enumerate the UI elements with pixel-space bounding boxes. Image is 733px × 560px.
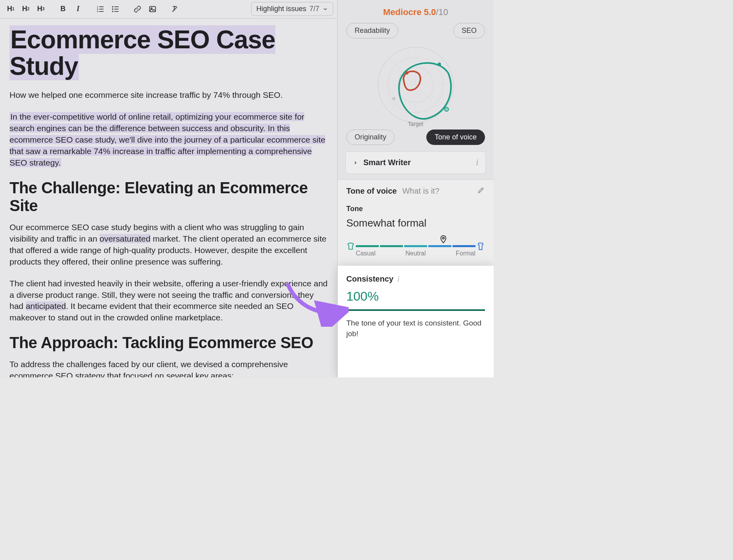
unordered-list-button[interactable] (109, 2, 122, 16)
svg-point-21 (438, 63, 441, 66)
clear-format-button[interactable] (168, 2, 181, 16)
tov-what-link[interactable]: What is it? (402, 187, 439, 196)
h3-button[interactable]: H3 (34, 2, 48, 16)
tone-value: Somewhat formal (346, 217, 485, 229)
svg-point-23 (392, 97, 395, 100)
metric-pills-bottom: Originality Tone of voice (338, 130, 494, 145)
scale-neutral: Neutral (405, 250, 426, 257)
svg-point-25 (443, 237, 445, 239)
doc-p-challenge-1: Our ecommerce SEO case study begins with… (10, 222, 328, 268)
tone-scale: Casual Neutral Formal (346, 236, 485, 259)
highlight-issues-label: Highlight issues (256, 5, 306, 13)
image-button[interactable] (146, 2, 159, 16)
doc-title: Ecommerce SEO Case Study (10, 27, 328, 80)
svg-text:3: 3 (97, 10, 99, 12)
doc-h2-challenge: The Challenge: Elevating an Ecommerce Si… (10, 179, 328, 215)
h2-button[interactable]: H2 (19, 2, 32, 16)
doc-intro: In the ever-competitive world of online … (10, 111, 328, 169)
casual-icon (346, 242, 355, 251)
info-icon[interactable]: i (397, 274, 400, 284)
pill-tone-of-voice[interactable]: Tone of voice (426, 130, 485, 145)
smart-writer-toggle[interactable]: Smart Writer i (346, 151, 486, 174)
svg-rect-0 (99, 6, 104, 7)
bold-button[interactable]: B (56, 2, 70, 16)
edit-icon[interactable] (477, 186, 485, 196)
pill-originality[interactable]: Originality (346, 130, 395, 145)
quality-score: Mediocre 5.0/10 (338, 0, 494, 20)
pill-seo[interactable]: SEO (453, 23, 485, 38)
doc-p-approach: To address the challenges faced by our c… (10, 359, 328, 377)
svg-rect-2 (99, 11, 104, 12)
sidebar: Mediocre 5.0/10 Readability SEO (338, 0, 494, 377)
doc-p-challenge-2: The client had invested heavily in their… (10, 278, 328, 324)
svg-point-6 (112, 6, 113, 7)
metric-pills-top: Readability SEO (338, 20, 494, 38)
highlight-issues-count: 7/7 (309, 5, 319, 13)
editor-toolbar: H1 H2 H3 B I 123 Highlight issues 7/7 (0, 0, 337, 19)
pill-readability[interactable]: Readability (346, 23, 398, 38)
tone-marker-icon (439, 235, 448, 244)
scale-formal: Formal (456, 250, 475, 257)
editor-pane: H1 H2 H3 B I 123 Highlight issues 7/7 E (0, 0, 338, 377)
svg-point-8 (112, 11, 113, 12)
chevron-down-icon (323, 6, 328, 12)
consistency-card: Consistency i 100% The tone of your text… (338, 266, 494, 377)
info-icon[interactable]: i (476, 158, 478, 167)
svg-point-7 (112, 8, 113, 10)
ordered-list-button[interactable]: 123 (94, 2, 107, 16)
h1-button[interactable]: H1 (4, 2, 17, 16)
consistency-title: Consistency (346, 274, 393, 284)
score-value: 5.0 (424, 7, 436, 17)
doc-h2-approach: The Approach: Tackling Ecommerce SEO (10, 334, 328, 352)
formal-icon (476, 242, 485, 251)
svg-point-24 (405, 71, 408, 74)
tov-title: Tone of voice (346, 187, 397, 196)
tone-label: Tone (346, 205, 485, 213)
radar-svg (374, 43, 457, 126)
scale-casual: Casual (356, 250, 376, 257)
svg-rect-12 (150, 6, 156, 11)
italic-button[interactable]: I (71, 2, 85, 16)
radar-chart: Target (338, 38, 494, 130)
tone-of-voice-block: Tone of voice What is it? Tone Somewhat … (338, 179, 494, 266)
svg-rect-1 (99, 9, 104, 10)
svg-point-22 (445, 107, 449, 111)
document-body[interactable]: Ecommerce SEO Case Study How we helped o… (0, 19, 337, 377)
svg-rect-10 (115, 9, 119, 10)
consistency-percent: 100% (346, 289, 485, 304)
consistency-bar (346, 309, 485, 311)
svg-rect-11 (115, 11, 119, 12)
smart-writer-label: Smart Writer (363, 158, 411, 167)
consistency-message: The tone of your text is consistent. Goo… (346, 318, 485, 339)
score-max: /10 (436, 7, 448, 17)
radar-target-label: Target (338, 121, 494, 127)
highlight-issues-dropdown[interactable]: Highlight issues 7/7 (251, 2, 333, 16)
doc-lead: How we helped one ecommerce site increas… (10, 90, 328, 101)
score-label: Mediocre (383, 7, 422, 17)
svg-rect-9 (115, 6, 119, 7)
chevron-right-icon (353, 160, 358, 165)
link-button[interactable] (131, 2, 144, 16)
